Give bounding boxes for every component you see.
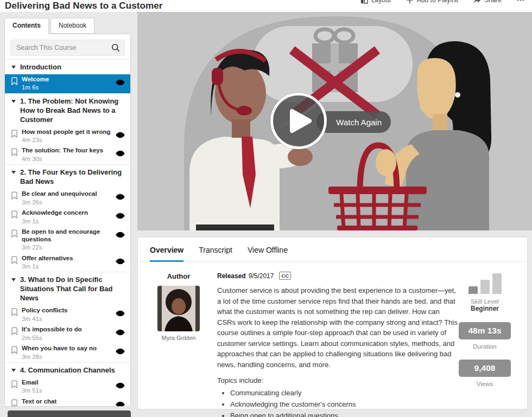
plus-icon xyxy=(406,0,414,4)
stats-column: Skill Level Beginner 48m 13s Duration 9,… xyxy=(454,272,515,387)
more-button[interactable] xyxy=(517,0,524,4)
author-portrait-image xyxy=(157,286,200,331)
section-header-introduction[interactable]: Introduction xyxy=(5,59,130,74)
section-title: 4. Communication Channels xyxy=(20,366,115,375)
eye-icon xyxy=(116,132,125,138)
description-column: Released 9/5/2017 CC Customer service is… xyxy=(211,271,458,417)
layout-icon xyxy=(360,0,368,4)
sidebar-item[interactable]: The solution: The four keys4m 30s xyxy=(5,145,130,164)
eye-icon xyxy=(116,232,125,238)
item-duration: 3m 26s xyxy=(22,198,111,206)
bookmark-icon[interactable] xyxy=(11,308,17,316)
bookmark-icon[interactable] xyxy=(11,130,17,138)
page-header: Delivering Bad News to a Customer Layout… xyxy=(0,0,532,12)
bookmark-icon[interactable] xyxy=(11,380,17,388)
item-duration: 1m 6s xyxy=(22,84,111,91)
item-title: Offer alternatives xyxy=(22,255,111,262)
bookmark-icon[interactable] xyxy=(11,148,17,156)
add-to-playlist-button[interactable]: Add to Playlist xyxy=(406,0,458,4)
sidebar-item[interactable]: Be open to and encourage questions3m 22s xyxy=(5,227,130,253)
watch-again-label: Watch Again xyxy=(336,118,382,127)
item-duration: 4m 30s xyxy=(22,155,111,163)
watch-again-button[interactable]: Watch Again xyxy=(316,111,391,133)
sidebar-item[interactable]: Policy conflicts3m 41s xyxy=(5,305,130,324)
author-column: Author Myra Golden xyxy=(147,271,211,417)
share-icon xyxy=(473,0,481,4)
sidebar-item[interactable]: Be clear and unequivocal3m 26s xyxy=(5,189,130,208)
bookmark-icon[interactable] xyxy=(11,256,17,264)
layout-button[interactable]: Layout xyxy=(360,0,391,4)
item-duration: 3m 28s xyxy=(22,353,111,361)
contents-panel: Introduction Welcome1m 6s 1. The Problem… xyxy=(4,34,131,407)
video-player[interactable]: Watch Again xyxy=(137,12,532,230)
bookmark-icon[interactable] xyxy=(11,327,17,335)
item-title: When you have to say no xyxy=(22,345,111,352)
sidebar-item[interactable]: Acknowledge concern3m 1s xyxy=(5,208,130,227)
section-title: Introduction xyxy=(20,63,61,72)
author-photo[interactable] xyxy=(157,286,200,331)
share-label: Share xyxy=(484,0,502,4)
item-title: Welcome xyxy=(22,76,111,84)
eye-icon xyxy=(116,194,125,200)
chevron-down-icon xyxy=(11,369,16,372)
item-duration: 3m 58s xyxy=(22,406,111,407)
sidebar-item[interactable]: When you have to say no3m 28s xyxy=(5,343,130,362)
released-label: Released xyxy=(217,272,246,280)
sidebar-item[interactable]: How most people get it wrong4m 23s xyxy=(5,127,130,146)
course-info-panel: Overview Transcript View Offline Author … xyxy=(137,237,528,409)
eye-icon xyxy=(116,258,125,265)
eye-icon xyxy=(116,401,125,407)
course-feedback-button[interactable]: Course Feedback xyxy=(8,410,131,417)
bookmark-icon[interactable] xyxy=(11,191,17,200)
more-icon xyxy=(517,0,524,4)
item-title: It's impossible to do xyxy=(22,326,111,333)
tab-contents[interactable]: Contents xyxy=(4,18,49,34)
eye-icon xyxy=(116,213,125,219)
chevron-down-icon xyxy=(11,100,16,103)
topic-item: Being open to additional questions xyxy=(230,410,458,417)
item-title: Email xyxy=(22,379,111,387)
tab-overview[interactable]: Overview xyxy=(150,246,183,262)
item-duration: 4m 23s xyxy=(22,136,111,144)
author-name[interactable]: Myra Golden xyxy=(147,335,211,341)
bookmark-icon[interactable] xyxy=(11,346,17,354)
chevron-down-icon xyxy=(11,171,16,174)
sidebar-item[interactable]: Offer alternatives3m 1s xyxy=(5,253,130,272)
tab-transcript[interactable]: Transcript xyxy=(199,246,232,261)
closed-captions-badge: CC xyxy=(279,272,291,280)
play-button[interactable] xyxy=(270,93,327,149)
layout-label: Layout xyxy=(371,0,391,4)
tab-view-offline[interactable]: View Offline xyxy=(248,246,288,261)
eye-icon xyxy=(116,310,125,317)
section-header-3[interactable]: 3. What to Do in Specific Situations Tha… xyxy=(5,272,130,305)
bookmark-icon[interactable] xyxy=(11,210,17,219)
eye-icon xyxy=(116,348,125,355)
views-label: Views xyxy=(454,381,515,387)
skill-level-value: Beginner xyxy=(454,305,515,312)
sidebar-item[interactable]: Email3m 51s xyxy=(5,377,130,396)
eye-icon xyxy=(116,329,125,336)
skill-level-bars-icon xyxy=(454,272,515,294)
item-title: Policy conflicts xyxy=(22,307,111,315)
bookmark-icon[interactable] xyxy=(11,399,17,407)
tab-notebook[interactable]: Notebook xyxy=(50,18,94,34)
section-title: 2. The Four Keys to Delivering Bad News xyxy=(20,168,125,187)
search-icon[interactable] xyxy=(111,43,120,52)
bookmark-icon[interactable] xyxy=(11,77,17,85)
item-duration: 3m 41s xyxy=(22,315,111,323)
course-description: Customer service is about providing the … xyxy=(217,285,458,370)
eye-icon xyxy=(116,79,125,86)
released-date: 9/5/2017 xyxy=(249,272,274,280)
section-header-4[interactable]: 4. Communication Channels xyxy=(5,362,130,377)
item-title: Text or chat xyxy=(22,398,111,406)
section-header-2[interactable]: 2. The Four Keys to Delivering Bad News xyxy=(5,164,130,189)
header-actions: Layout Add to Playlist Share xyxy=(360,0,524,4)
views-badge: 9,408 xyxy=(459,360,511,377)
section-header-1[interactable]: 1. The Problem: Not Knowing How to Break… xyxy=(5,93,130,127)
share-button[interactable]: Share xyxy=(473,0,502,4)
search-input[interactable] xyxy=(10,40,125,56)
sidebar-item-welcome[interactable]: Welcome1m 6s xyxy=(5,74,130,93)
sidebar-item[interactable]: It's impossible to do2m 55s xyxy=(5,324,130,343)
bookmark-icon[interactable] xyxy=(11,229,17,238)
sidebar-item[interactable]: Text or chat3m 58s xyxy=(5,396,130,407)
